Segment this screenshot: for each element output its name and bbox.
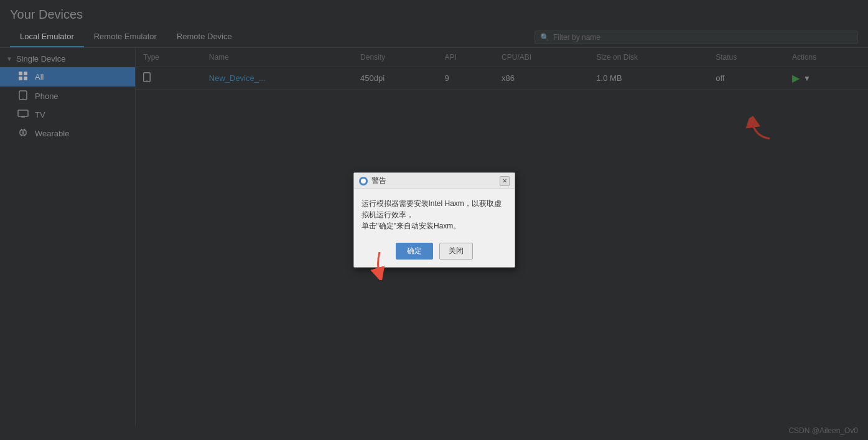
dialog-footer: 确定 关闭 xyxy=(354,238,515,267)
dialog-close-button[interactable]: ✕ xyxy=(500,176,510,186)
dialog-ok-button[interactable]: 确定 xyxy=(396,243,433,260)
dialog-message-line1: 运行模拟器需要安装Intel Haxm，以获取虚拟机运行效率， xyxy=(362,198,507,220)
warning-dialog: 警告 ✕ 运行模拟器需要安装Intel Haxm，以获取虚拟机运行效率， 单击"… xyxy=(353,172,515,268)
dialog-warning-icon xyxy=(359,177,368,185)
dialog-overlay: 警告 ✕ 运行模拟器需要安装Intel Haxm，以获取虚拟机运行效率， 单击"… xyxy=(0,0,868,440)
dialog-body: 运行模拟器需要安装Intel Haxm，以获取虚拟机运行效率， 单击"确定"来自… xyxy=(354,189,515,238)
dialog-title-text: 警告 xyxy=(371,176,386,186)
dialog-message-line2: 单击"确定"来自动安装Haxm。 xyxy=(362,220,507,232)
dialog-titlebar: 警告 ✕ xyxy=(354,173,515,189)
dialog-title-left: 警告 xyxy=(359,176,386,186)
dialog-cancel-button[interactable]: 关闭 xyxy=(439,243,473,260)
